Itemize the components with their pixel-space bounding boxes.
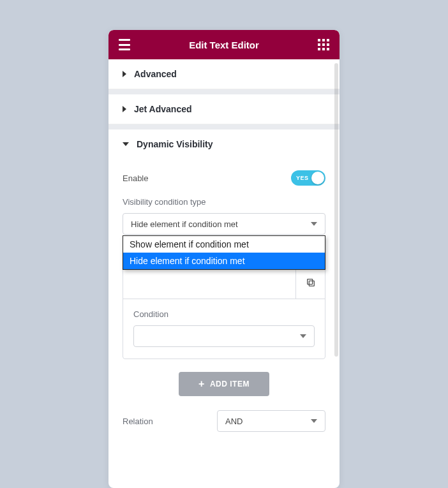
toggle-knob bbox=[311, 172, 324, 184]
vctype-select[interactable]: Hide element if condition met bbox=[123, 213, 325, 235]
vctype-option-show[interactable]: Show element if condition met bbox=[123, 236, 325, 253]
editor-panel: Edit Text Editor Advanced Jet Advanced D… bbox=[108, 30, 340, 488]
vctype-option-hide[interactable]: Hide element if condition met bbox=[123, 253, 325, 269]
relation-selected-text: AND bbox=[225, 417, 243, 426]
condition-card: Condition bbox=[123, 265, 325, 359]
scrollbar[interactable] bbox=[334, 63, 338, 357]
section-advanced: Advanced bbox=[108, 59, 340, 89]
section-header-jet-advanced[interactable]: Jet Advanced bbox=[108, 94, 340, 124]
add-item-button[interactable]: + ADD ITEM bbox=[179, 372, 269, 396]
panel-title: Edit Text Editor bbox=[130, 40, 318, 50]
section-gap bbox=[108, 124, 340, 129]
section-header-dynamic-visibility[interactable]: Dynamic Visibility bbox=[108, 129, 340, 159]
panel-header: Edit Text Editor bbox=[108, 30, 340, 59]
enable-label: Enable bbox=[123, 174, 148, 183]
caret-down-icon bbox=[123, 142, 129, 146]
hamburger-icon[interactable] bbox=[119, 39, 130, 50]
vctype-select-wrap: Hide element if condition met Show eleme… bbox=[123, 213, 325, 235]
toggle-yes-text: YES bbox=[296, 175, 309, 181]
vctype-label: Visibility condition type bbox=[123, 197, 325, 207]
section-gap bbox=[108, 89, 340, 94]
apps-grid-icon[interactable] bbox=[318, 39, 329, 50]
relation-row: Relation AND bbox=[123, 410, 325, 432]
dynamic-visibility-body: Enable YES Visibility condition type Hid… bbox=[108, 159, 340, 446]
copy-icon bbox=[306, 277, 316, 288]
section-header-advanced[interactable]: Advanced bbox=[108, 59, 340, 89]
duplicate-button[interactable] bbox=[295, 266, 325, 299]
caret-right-icon bbox=[123, 106, 126, 112]
condition-card-body: Condition bbox=[123, 299, 325, 347]
enable-toggle[interactable]: YES bbox=[291, 170, 325, 186]
section-title-jet-advanced: Jet Advanced bbox=[134, 104, 192, 114]
relation-label: Relation bbox=[123, 417, 153, 426]
section-dynamic-visibility: Dynamic Visibility Enable YES Visibility… bbox=[108, 129, 340, 446]
chevron-down-icon bbox=[300, 334, 306, 338]
section-title-advanced: Advanced bbox=[134, 69, 177, 79]
relation-select[interactable]: AND bbox=[217, 410, 325, 432]
chevron-down-icon bbox=[311, 419, 317, 423]
add-item-label: ADD ITEM bbox=[210, 380, 250, 388]
svg-rect-0 bbox=[309, 281, 314, 286]
condition-card-header bbox=[123, 266, 325, 299]
condition-select[interactable] bbox=[133, 325, 315, 347]
section-title-dynamic-visibility: Dynamic Visibility bbox=[137, 139, 213, 149]
caret-right-icon bbox=[123, 71, 126, 77]
svg-rect-1 bbox=[307, 279, 312, 284]
section-jet-advanced: Jet Advanced bbox=[108, 94, 340, 124]
chevron-down-icon bbox=[311, 222, 317, 226]
plus-icon: + bbox=[198, 379, 205, 389]
enable-row: Enable YES bbox=[123, 170, 325, 186]
condition-label: Condition bbox=[133, 309, 315, 319]
vctype-selected-text: Hide element if condition met bbox=[131, 219, 238, 229]
vctype-dropdown: Show element if condition met Hide eleme… bbox=[123, 235, 325, 270]
